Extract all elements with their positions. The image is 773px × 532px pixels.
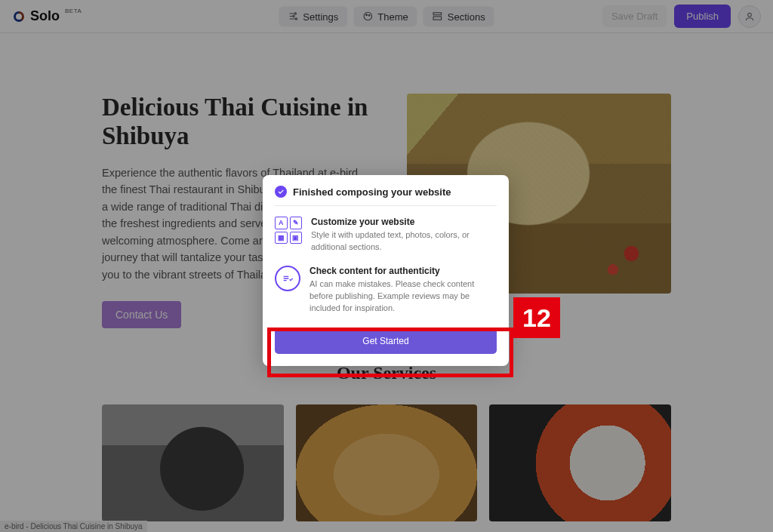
customize-icon: A ✎ ▦ ▣ <box>275 217 302 244</box>
modal-header: Finished composing your website <box>275 186 497 206</box>
modal-item-authenticity: Check content for authenticity AI can ma… <box>275 255 497 316</box>
get-started-button[interactable]: Get Started <box>275 328 497 354</box>
modal-item-body: Check content for authenticity AI can ma… <box>310 266 497 315</box>
tutorial-step-number: 12 <box>513 297 560 338</box>
onboarding-modal: Finished composing your website A ✎ ▦ ▣ … <box>263 175 509 366</box>
modal-item-heading: Check content for authenticity <box>310 266 497 276</box>
checkmark-icon <box>275 186 287 198</box>
modal-item-heading: Customize your website <box>311 217 497 227</box>
modal-title: Finished composing your website <box>293 186 451 198</box>
modal-item-body: Customize your website Style it with upd… <box>311 217 497 254</box>
review-check-icon <box>275 266 300 291</box>
modal-item-customize: A ✎ ▦ ▣ Customize your website Style it … <box>275 206 497 255</box>
modal-item-description: Style it with updated text, photos, colo… <box>311 229 497 254</box>
modal-item-description: AI can make mistakes. Please check conte… <box>310 278 497 315</box>
